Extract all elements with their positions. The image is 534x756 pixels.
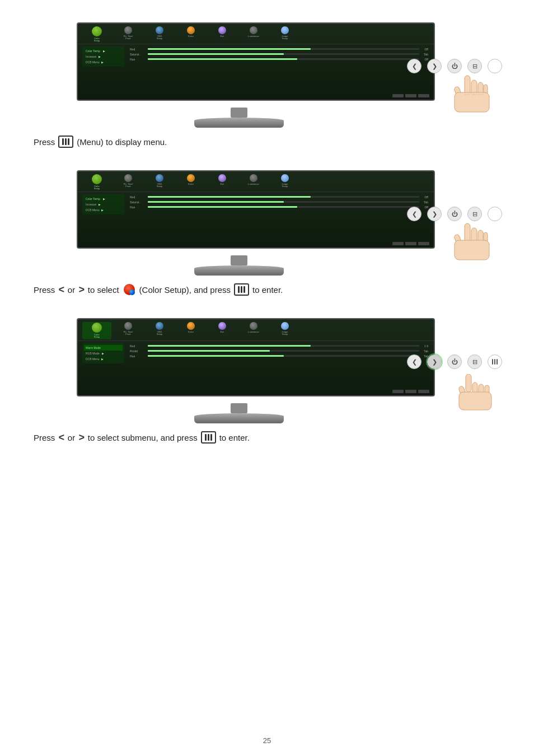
osd-bar-hue-2: Hue Off <box>130 206 428 209</box>
control-buttons-3[interactable]: ❮ ❯ ⏻ ⊟ <box>407 354 502 369</box>
menu-bar-3b <box>208 434 209 441</box>
power-btn-3[interactable]: ⏻ <box>447 354 462 369</box>
instruction-or-2: or <box>68 285 75 295</box>
monitor-btn-1[interactable]: ⊟ <box>467 59 482 73</box>
page-number: 25 <box>0 736 534 745</box>
svg-rect-5 <box>455 92 489 112</box>
menu-bar-1a <box>62 138 64 145</box>
menu-bar-1c <box>68 138 69 145</box>
monitor-base-2 <box>189 255 289 277</box>
osd-icon-exit-2: Exit <box>208 174 237 190</box>
osd-icon-exit-3: Exit <box>208 322 237 339</box>
right-angle-2: > <box>78 284 85 296</box>
osd-icon-osd-setup: OSDSetup <box>145 26 174 43</box>
osd-menu-dcb-3: DCB Menu▶ <box>84 356 123 362</box>
osd-bar-red: Red Off <box>130 48 428 51</box>
osd-bar-saturation-2: Saturat. Tab <box>130 200 428 204</box>
menu-circle-btn-1[interactable] <box>488 59 502 73</box>
instruction-select-3: to select submenu, and press <box>88 433 198 442</box>
osd-icon-image-setup: ImageSetup <box>270 26 299 43</box>
osd-menu-dcb-2: DCB Menu▶ <box>84 207 123 213</box>
menu-bar-3a <box>205 434 207 441</box>
menu-bar-3c <box>210 434 212 441</box>
osd-bar-saturation: Saturat. Tab <box>130 53 428 56</box>
svg-rect-20 <box>459 392 491 410</box>
right-angle-3: > <box>78 432 85 444</box>
osd-icon-pic-size: Pic. Size/Posit. <box>114 26 143 43</box>
osd-icon-pic-size-2: Pic. Size/Posit. <box>114 174 143 190</box>
monitor-wrapper-1: ColorSetup Pic. Size/Posit. OSDSetup <box>77 22 457 129</box>
page-container: ColorSetup Pic. Size/Posit. OSDSetup <box>0 0 534 756</box>
instruction-press-3: Press <box>34 433 55 442</box>
osd-icon-osd-setup-3: OSDSetup <box>145 322 174 339</box>
monitor-btn-3[interactable]: ⊟ <box>467 354 482 369</box>
osd-bar-red-2: Red Off <box>130 195 428 199</box>
left-angle-3: < <box>58 432 64 444</box>
hand-pointer-2 <box>446 221 491 271</box>
control-buttons-2[interactable]: ❮ ❯ ⏻ ⊟ <box>407 207 502 221</box>
osd-icon-extra: Extra <box>176 26 205 43</box>
osd-icon-luminance: Luminance <box>239 26 268 43</box>
monitor-wrapper-3: ColorSetup Pic. Size/Posit. OSDSetup <box>77 318 457 424</box>
power-btn-2[interactable]: ⏻ <box>447 207 462 221</box>
color-setup-ball-2 <box>124 284 135 295</box>
osd-icon-extra-3: Extra <box>176 322 205 339</box>
osd-icon-color-setup-2: ColorSetup <box>82 174 111 190</box>
osd-menu-dcb: DCB Menu▶ <box>84 59 123 65</box>
section-3: ColorSetup Pic. Size/Posit. OSDSetup <box>34 318 500 444</box>
monitor-screen-3: ColorSetup Pic. Size/Posit. OSDSetup <box>77 318 435 396</box>
osd-menu-warm-3: Warm Mode <box>84 345 123 351</box>
osd-icon-image-setup-2: ImageSetup <box>270 174 299 190</box>
instruction-suffix-1: (Menu) to display menu. <box>77 137 167 147</box>
svg-rect-15 <box>466 374 471 392</box>
hand-pointer-3 <box>452 374 496 424</box>
osd-bar-hue-3: Hue Tab <box>130 354 428 358</box>
monitor-wrapper-2: ColorSetup Pic. Size/Posit. OSDSetup <box>77 170 457 277</box>
osd-menu-increase: Increase▶ <box>84 54 123 59</box>
menu-bar-1b <box>65 138 67 145</box>
instruction-select-2: to select <box>88 285 119 295</box>
right-bracket-btn-2[interactable]: ❯ <box>427 207 442 221</box>
instruction-2: Press < or > to select (Color Setup), an… <box>34 283 500 296</box>
monitor-area-1: ColorSetup Pic. Size/Posit. OSDSetup <box>77 22 513 129</box>
menu-bar-2b <box>241 286 242 293</box>
left-bracket-btn-3[interactable]: ❮ <box>407 354 421 369</box>
right-bracket-btn-1[interactable]: ❯ <box>427 59 442 73</box>
menu-icon-2 <box>234 283 249 296</box>
osd-icon-color-setup: ColorSetup <box>82 26 111 43</box>
monitor-area-2: ColorSetup Pic. Size/Posit. OSDSetup <box>77 170 513 277</box>
left-angle-2: < <box>58 284 64 296</box>
menu-circle-btn-3[interactable] <box>488 354 502 369</box>
osd-icon-pic-size-3: Pic. Size/Posit. <box>114 322 143 339</box>
power-btn-1[interactable]: ⏻ <box>447 59 462 73</box>
monitor-base-3 <box>189 403 289 424</box>
instruction-color-label-2: (Color Setup), and press <box>139 285 231 295</box>
instruction-press-1: Press <box>34 137 55 147</box>
menu-circle-btn-2[interactable] <box>488 207 502 221</box>
menu-bar-2c <box>243 286 245 293</box>
left-bracket-btn-2[interactable]: ❮ <box>407 207 421 221</box>
monitor-screen-2: ColorSetup Pic. Size/Posit. OSDSetup <box>77 170 435 249</box>
osd-icon-color-setup-3: ColorSetup <box>82 322 111 339</box>
control-buttons-1[interactable]: ❮ ❯ ⏻ ⊟ <box>407 59 502 73</box>
section-2: ColorSetup Pic. Size/Posit. OSDSetup <box>34 170 500 296</box>
section-1: ColorSetup Pic. Size/Posit. OSDSetup <box>34 22 500 148</box>
monitor-btn-2[interactable]: ⊟ <box>467 207 482 221</box>
osd-menu-color-temp-2: Color Temp.▶ <box>84 196 123 202</box>
instruction-press-2: Press <box>34 285 55 295</box>
monitor-base-1 <box>189 108 289 129</box>
menu-bar-2a <box>238 286 240 293</box>
monitor-screen-1: ColorSetup Pic. Size/Posit. OSDSetup <box>77 22 435 101</box>
osd-menu-increase-2: Increase▶ <box>84 202 123 207</box>
osd-icon-image-setup-3: ImageSetup <box>270 322 299 339</box>
left-bracket-btn-1[interactable]: ❮ <box>407 59 421 73</box>
osd-icon-luminance-3: Luminance <box>239 322 268 339</box>
osd-bar-printbl-3: Printbl Tab <box>130 349 428 353</box>
svg-rect-14 <box>455 240 489 260</box>
osd-bar-hue: Hue Off <box>130 58 428 61</box>
right-bracket-btn-3[interactable]: ❯ <box>427 354 442 369</box>
menu-icon-1 <box>58 136 73 148</box>
osd-menu-rgb-3: RGB Mode▶ <box>84 351 123 356</box>
osd-icon-extra-2: Extra <box>176 174 205 190</box>
osd-icon-luminance-2: Luminance <box>239 174 268 190</box>
